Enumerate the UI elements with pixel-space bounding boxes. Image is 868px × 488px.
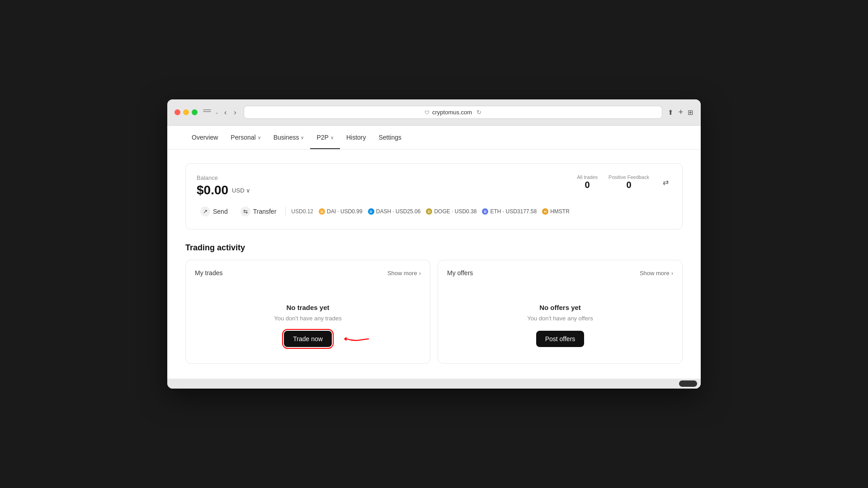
site-navigation: Overview Personal ∨ Business ∨ P2P ∨ His…	[167, 126, 701, 150]
address-bar[interactable]: 🛡 cryptomus.com ↻	[244, 106, 663, 119]
my-offers-header: My offers Show more ›	[447, 269, 673, 277]
trading-activity-section: Trading activity My trades Show more › N	[185, 243, 683, 364]
balance-label: Balance	[197, 174, 250, 181]
ticker-dai: D DAI · USD0.99	[319, 208, 363, 215]
nav-item-settings[interactable]: Settings	[372, 126, 408, 149]
my-trades-empty: No trades yet You don't have any trades …	[195, 295, 421, 354]
trade-now-container: Trade now	[284, 331, 332, 347]
arrow-annotation	[341, 332, 373, 346]
chevron-down-icon: ∨	[330, 135, 334, 140]
chevron-right-icon: ›	[419, 270, 421, 277]
my-trades-card: My trades Show more › No trades yet You …	[185, 260, 430, 364]
sidebar-toggle-icon[interactable]	[203, 109, 211, 116]
chevron-down-icon: ∨	[258, 135, 261, 140]
url-text: cryptomus.com	[432, 109, 472, 116]
my-offers-card: My offers Show more › No offers yet You …	[438, 260, 683, 364]
scroll-indicator	[679, 380, 697, 387]
minimize-button[interactable]	[183, 109, 189, 115]
all-trades-stat: All trades 0	[577, 174, 598, 190]
balance-actions: ↗ Send ⇆ Transfer USD0.12 D	[197, 205, 671, 218]
bottom-bar	[167, 379, 701, 389]
dai-icon: D	[319, 208, 325, 215]
no-trades-subtitle: You don't have any trades	[195, 315, 421, 322]
post-offers-button[interactable]: Post offers	[536, 331, 585, 347]
reload-button[interactable]: ↻	[476, 109, 481, 116]
chevron-down-icon: ∨	[246, 187, 250, 194]
grid-button[interactable]: ⊞	[688, 108, 693, 117]
balance-card: Balance $0.00 USD ∨ All trades 0	[185, 163, 683, 230]
forward-button[interactable]: ›	[232, 108, 238, 117]
eth-icon: E	[482, 208, 488, 215]
chevron-down-icon: ∨	[301, 135, 304, 140]
close-button[interactable]	[175, 109, 180, 115]
send-icon: ↗	[200, 206, 210, 216]
nav-item-overview[interactable]: Overview	[185, 126, 224, 149]
no-trades-title: No trades yet	[195, 304, 421, 311]
no-offers-title: No offers yet	[447, 304, 673, 311]
currency-select[interactable]: USD ∨	[232, 187, 250, 194]
nav-item-history[interactable]: History	[340, 126, 373, 149]
send-button[interactable]: ↗ Send	[197, 205, 231, 218]
positive-feedback-stat: Positive Feedback 0	[609, 174, 649, 190]
doge-icon: D	[426, 208, 432, 215]
dash-icon: D	[368, 208, 374, 215]
ticker-doge: D DOGE · USD0.38	[426, 208, 476, 215]
browser-controls: ⌄ ‹ ›	[203, 108, 238, 117]
my-offers-empty: No offers yet You don't have any offers …	[447, 295, 673, 354]
back-button[interactable]: ‹	[222, 108, 228, 117]
crypto-ticker: USD0.12 D DAI · USD0.99 D DASH · USD25.0…	[291, 208, 671, 215]
ticker-dash: D DASH · USD25.06	[368, 208, 421, 215]
my-trades-title: My trades	[195, 269, 222, 277]
lock-icon: 🛡	[425, 110, 429, 115]
share-button[interactable]: ⬆	[668, 108, 674, 117]
ticker-usd: USD0.12	[291, 208, 313, 215]
my-trades-show-more[interactable]: Show more ›	[387, 270, 421, 277]
balance-stats: All trades 0 Positive Feedback 0 ⇄	[577, 174, 671, 190]
browser-action-buttons: ⬆ + ⊞	[668, 108, 693, 117]
transfer-button[interactable]: ⇆ Transfer	[237, 205, 280, 218]
nav-item-personal[interactable]: Personal ∨	[224, 126, 267, 149]
trade-now-button[interactable]: Trade now	[284, 331, 332, 347]
divider	[285, 207, 286, 216]
svg-marker-0	[344, 337, 346, 341]
chevron-right-icon: ›	[671, 270, 673, 277]
new-tab-button[interactable]: +	[678, 108, 683, 117]
hmstr-icon: H	[542, 208, 548, 215]
balance-amount: $0.00 USD ∨	[197, 183, 250, 197]
transfer-icon: ⇆	[241, 206, 250, 216]
ticker-eth: E ETH · USD3177.58	[482, 208, 537, 215]
traffic-lights	[175, 109, 198, 115]
section-title: Trading activity	[185, 243, 683, 253]
ticker-hmstr: H HMSTR	[542, 208, 570, 215]
chevron-down-icon: ⌄	[215, 109, 219, 115]
nav-item-business[interactable]: Business ∨	[267, 126, 311, 149]
my-trades-header: My trades Show more ›	[195, 269, 421, 277]
my-offers-title: My offers	[447, 269, 473, 277]
nav-item-p2p[interactable]: P2P ∨	[310, 126, 340, 149]
trading-grid: My trades Show more › No trades yet You …	[185, 260, 683, 364]
my-offers-show-more[interactable]: Show more ›	[640, 270, 673, 277]
no-offers-subtitle: You don't have any offers	[447, 315, 673, 322]
maximize-button[interactable]	[192, 109, 198, 115]
refresh-button[interactable]: ⇄	[660, 175, 671, 189]
